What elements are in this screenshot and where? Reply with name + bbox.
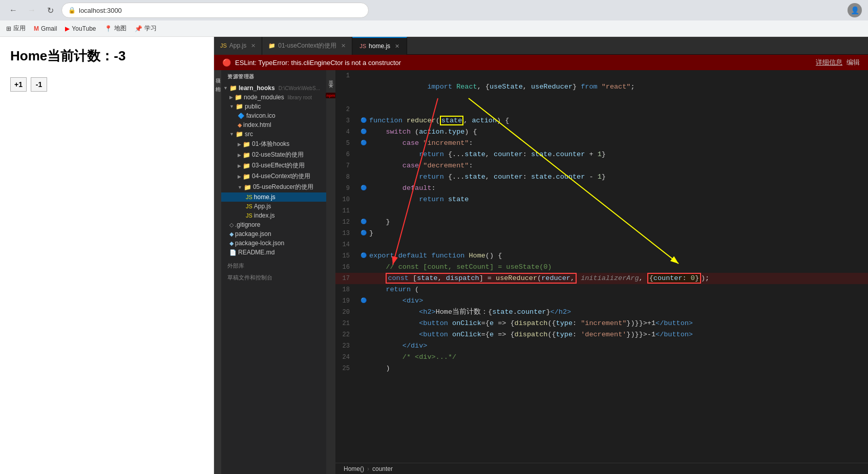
line-gutter: 🔵: [358, 228, 369, 239]
tab-usecontext[interactable]: 📁 01-useContext的使用 ✕: [262, 37, 352, 55]
vscode-tabs-bar: JS App.js ✕ 📁 01-useContext的使用 ✕ JS home…: [214, 37, 868, 55]
code-line-18: 18 return (: [335, 284, 868, 295]
tree-item-appjs-file[interactable]: JS App.js: [221, 202, 326, 211]
line-gutter: [358, 239, 369, 250]
study-icon: 📌: [135, 25, 142, 32]
code-line-22: 22 <button onClick={e => {dispatch({type…: [335, 329, 868, 340]
address-bar-container[interactable]: 🔒 localhost:3000: [61, 3, 369, 18]
bookmark-gmail[interactable]: M Gmail: [34, 25, 57, 32]
line-gutter: 🔵: [358, 295, 369, 307]
homejs-close[interactable]: ✕: [395, 43, 399, 50]
tree-item-gitignore[interactable]: ◇ .gitignore: [221, 220, 326, 229]
05-label: 05-useReducer的使用: [253, 183, 313, 191]
line-num: 4: [335, 126, 358, 138]
code-line-9: 9 🔵 default:: [335, 183, 868, 194]
bookmarks-bar: ⊞ 应用 M Gmail ▶ YouTube 📍 地图 📌 学习: [0, 20, 868, 37]
decrement-button[interactable]: -1: [31, 77, 47, 92]
vertical-tab-structure[interactable]: 结构: [214, 80, 222, 84]
folder-icon: 📁: [229, 84, 237, 92]
appjs-file-icon: JS: [246, 203, 252, 209]
side-label-npm[interactable]: npm: [326, 93, 336, 98]
tree-item-03[interactable]: ▶ 📁 03-useEffect的使用: [221, 160, 326, 171]
line-code: export default function Home() {: [369, 250, 502, 262]
line-code: /* <div>...*/: [369, 352, 456, 363]
line-code: </div>: [369, 340, 427, 352]
code-line-12: 12 🔵 }: [335, 217, 868, 228]
tree-item-favicon[interactable]: 🔷 favicon.ico: [221, 111, 326, 120]
01-icon: 📁: [243, 141, 250, 148]
bookmark-youtube[interactable]: ▶ YouTube: [65, 25, 96, 32]
line-gutter: [358, 149, 369, 160]
line-code: switch (action.type) {: [369, 126, 477, 138]
side-label-version[interactable]: 版本: [327, 74, 335, 78]
tree-item-nodemodules[interactable]: ▶ 📁 node_modules library root: [221, 93, 326, 102]
line-code: }: [369, 217, 390, 228]
line-code: return state: [369, 194, 469, 205]
tree-extra: D:\CWork\WebS...: [279, 85, 320, 91]
line-num: 21: [335, 318, 358, 329]
line-num: 13: [335, 228, 358, 239]
usecontext-label: 01-useContext的使用: [278, 41, 336, 50]
tree-item-pkglock[interactable]: ◆ package-lock.json: [221, 239, 326, 248]
bookmark-maps[interactable]: 📍 地图: [104, 24, 126, 33]
code-line-10: 10 return state: [335, 194, 868, 205]
browser-toolbar: ← → ↻ 🔒 localhost:3000 👤: [0, 0, 868, 20]
tab-homejs[interactable]: JS home.js ✕: [352, 37, 407, 55]
side-label-favorite[interactable]: ★: [328, 81, 334, 90]
line-num: 16: [335, 262, 358, 273]
usecontext-close[interactable]: ✕: [341, 42, 346, 49]
tree-item-readme[interactable]: 📄 README.md: [221, 248, 326, 257]
code-line-3: 3 🔵 function reducer(state, action) {: [335, 115, 868, 126]
code-line-19: 19 🔵 <div>: [335, 295, 868, 307]
code-line-5: 5 🔵 case "increment":: [335, 138, 868, 149]
appjs-label: App.js: [229, 42, 246, 49]
line-code: <div>: [369, 295, 423, 307]
appjs-close[interactable]: ✕: [251, 42, 256, 49]
indexjs-icon: JS: [246, 212, 252, 219]
increment-button[interactable]: +1: [10, 77, 27, 92]
editor[interactable]: 1 import React, {useState, useReducer} f…: [335, 70, 868, 463]
lock-icon: 🔒: [68, 7, 76, 14]
bookmark-study[interactable]: 📌 学习: [135, 24, 157, 33]
browser-content: Home当前计数：-3 +1 -1: [0, 37, 214, 474]
line-gutter: [358, 104, 369, 115]
line-gutter: [358, 194, 369, 205]
tree-item-indexjs[interactable]: JS index.js: [221, 211, 326, 220]
tree-item-public[interactable]: ▼ 📁 public: [221, 102, 326, 111]
nav-forward[interactable]: →: [25, 3, 39, 17]
04-icon: 📁: [243, 173, 250, 180]
tree-item-homejs[interactable]: JS home.js: [221, 192, 326, 202]
nav-refresh[interactable]: ↻: [43, 3, 57, 17]
04-label: 04-useContext的使用: [252, 172, 310, 181]
browser-chrome: ← → ↻ 🔒 localhost:3000 👤 ⊞ 应用 M Gmail ▶ …: [0, 0, 868, 37]
error-detail-link[interactable]: 详细信息: [816, 58, 842, 67]
nav-back[interactable]: ←: [6, 3, 20, 17]
tree-item-learnhooks[interactable]: ▼ 📁 learn_hooks D:\CWork\WebS...: [221, 83, 326, 93]
bookmark-apps[interactable]: ⊞ 应用: [6, 24, 26, 33]
profile-icon[interactable]: 👤: [848, 3, 862, 17]
breadcrumb-counter[interactable]: counter: [372, 465, 393, 472]
line-gutter: [358, 363, 369, 374]
tree-item-indexhtml[interactable]: ◆ index.html: [221, 120, 326, 130]
line-gutter: [358, 318, 369, 329]
tab-appjs[interactable]: JS App.js ✕: [214, 37, 262, 55]
tree-item-02[interactable]: ▶ 📁 02-useState的使用: [221, 149, 326, 160]
line-num: 14: [335, 239, 358, 250]
tree-item-05[interactable]: ▼ 📁 05-useReducer的使用: [221, 182, 326, 192]
error-edit-link[interactable]: 编辑: [846, 58, 860, 67]
line-gutter: [358, 329, 369, 340]
code-line-23: 23 </div>: [335, 340, 868, 352]
tree-item-src[interactable]: ▼ 📁 src: [221, 130, 326, 139]
tree-item-01[interactable]: ▶ 📁 01-体验hooks: [221, 139, 326, 149]
vertical-tab-project[interactable]: 项目: [214, 72, 222, 76]
section-scratch[interactable]: 草稿文件和控制台: [221, 272, 326, 284]
breadcrumb-home[interactable]: Home(): [344, 465, 364, 472]
line-num: 24: [335, 352, 358, 363]
section-external[interactable]: 外部库: [221, 257, 326, 272]
tree-item-04[interactable]: ▶ 📁 04-useContext的使用: [221, 171, 326, 182]
tree-item-pkgjson[interactable]: ◆ package.json: [221, 229, 326, 239]
line-code: case "increment":: [369, 138, 473, 149]
appjs-icon: JS: [220, 42, 227, 49]
public-arrow: ▼: [229, 104, 234, 109]
readme-icon: 📄: [229, 249, 237, 256]
